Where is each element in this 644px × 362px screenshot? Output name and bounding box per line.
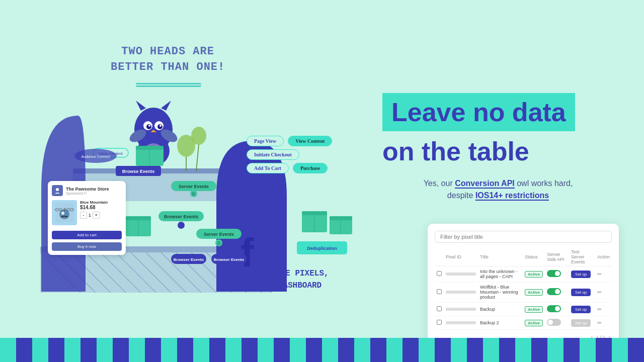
product-price: $14.68	[80, 205, 122, 210]
checker-cell	[242, 338, 258, 362]
checker-cell	[225, 338, 242, 362]
row4-edit-icon[interactable]: ✏	[597, 320, 602, 326]
svg-point-28	[148, 125, 150, 127]
row4-pixel-id	[446, 321, 476, 324]
row3-title: Backup	[478, 303, 523, 316]
store-name: The Pawsome Store	[66, 187, 109, 192]
buy-it-now-button[interactable]: Buy it now	[52, 242, 122, 251]
row1-pixel-id	[446, 273, 476, 276]
svg-marker-23	[161, 101, 171, 111]
checker-cell	[564, 338, 580, 362]
row3-pixel-id	[446, 308, 476, 311]
checker-cell	[547, 338, 564, 362]
purchase-event: Purchase	[293, 163, 328, 173]
svg-text:©: ©	[217, 241, 221, 246]
row1-checkbox[interactable]	[437, 271, 442, 276]
store-sponsored: Sponsored ©	[66, 192, 109, 195]
row3-toggle[interactable]	[547, 305, 561, 312]
add-to-cart-button[interactable]: Add to cart	[52, 231, 122, 239]
headline-section: Leave no data on the table Yes, our Conv…	[382, 93, 614, 202]
dashboard-search-input[interactable]	[435, 231, 612, 243]
checker-cell	[80, 338, 97, 362]
row2-setup-button[interactable]: Set up	[571, 289, 591, 296]
store-avatar	[52, 185, 63, 196]
checker-cell	[48, 338, 64, 362]
svg-text:Browser Events: Browser Events	[164, 214, 198, 219]
checker-cell	[113, 338, 129, 362]
headline-line2: on the table	[382, 136, 614, 166]
multi-pixel-text: Multiple pixels,one dashboard	[252, 267, 329, 292]
event-row-2: Initiate Checkout	[247, 149, 332, 160]
checker-cell	[370, 338, 386, 362]
store-header: The Pawsome Store Sponsored ©	[52, 185, 122, 196]
checker-cell	[580, 338, 596, 362]
col-checkbox	[435, 248, 444, 266]
product-qty-control: - 1 +	[80, 212, 122, 219]
subtext: Yes, our Conversion API owl works hard, …	[382, 177, 614, 202]
svg-line-68	[196, 145, 199, 171]
checker-cell	[435, 338, 451, 362]
row4-status: Active	[525, 320, 543, 326]
dashboard-panel: Pixel ID Title Status Server Side API Te…	[428, 224, 619, 347]
row3-checkbox[interactable]	[437, 306, 442, 311]
svg-text:Audience Connect: Audience Connect	[81, 155, 110, 158]
dashboard-table-body: Into the unknown - all pages - CAPI Acti…	[435, 266, 612, 330]
capi-link[interactable]: Conversion API	[455, 179, 515, 189]
page-view-event: Page View	[247, 136, 284, 146]
checker-cell	[467, 338, 483, 362]
checker-cell	[499, 338, 515, 362]
checker-cell	[515, 338, 531, 362]
row2-checkbox[interactable]	[437, 289, 442, 294]
checker-cell	[258, 338, 274, 362]
row2-pixel-id	[446, 291, 476, 294]
checker-cell	[290, 338, 306, 362]
row2-toggle[interactable]	[547, 288, 561, 295]
view-content-event: View Content	[288, 136, 332, 146]
row1-toggle[interactable]	[547, 270, 561, 277]
table-row: Into the unknown - all pages - CAPI Acti…	[435, 266, 612, 282]
ios-link[interactable]: IOS14+ restrictions	[475, 191, 549, 201]
checker-cell	[596, 338, 612, 362]
row4-setup-button[interactable]: Set up	[571, 319, 591, 327]
checker-cell	[161, 338, 177, 362]
qty-plus-button[interactable]: +	[93, 212, 100, 219]
row4-toggle[interactable]	[547, 319, 561, 326]
col-test-events: Test Server Events	[569, 248, 595, 266]
row1-title: Into the unknown - all pages - CAPI	[478, 266, 523, 282]
checker-cell	[354, 338, 370, 362]
row2-edit-icon[interactable]: ✏	[597, 289, 602, 295]
tagline-underline	[136, 83, 201, 87]
tagline-text: Two heads are better than one!	[111, 44, 225, 75]
event-row-3: Add To Cart Purchase	[247, 163, 332, 173]
row1-edit-icon[interactable]: ✏	[597, 271, 602, 277]
svg-text:Browse Events: Browse Events	[122, 169, 155, 174]
checker-row	[0, 338, 644, 362]
headline-highlight-box: Leave no data	[382, 93, 575, 131]
svg-point-75	[56, 188, 59, 191]
svg-text:Deduplication: Deduplication	[307, 246, 337, 251]
row1-status: Active	[525, 271, 543, 278]
row3-edit-icon[interactable]: ✏	[597, 306, 602, 312]
event-flow: Page View View Content Initiate Checkout…	[247, 136, 332, 173]
checker-cell	[322, 338, 338, 362]
checker-cell	[177, 338, 193, 362]
checker-cell	[64, 338, 80, 362]
row4-checkbox[interactable]	[437, 320, 442, 325]
table-row: Backup 2 Active Set up ✏	[435, 316, 612, 330]
row2-title: Wolfblut - Blue Mountain - winning produ…	[478, 282, 523, 303]
checker-cell	[306, 338, 322, 362]
checker-cell	[129, 338, 145, 362]
initiate-checkout-event: Initiate Checkout	[247, 149, 299, 160]
row3-setup-button[interactable]: Set up	[571, 306, 591, 313]
checker-cell	[209, 338, 225, 362]
checkerboard-strip	[0, 338, 644, 362]
checker-cell	[193, 338, 209, 362]
svg-text:Server Events: Server Events	[204, 232, 234, 237]
svg-text:DOG FOOD: DOG FOOD	[55, 207, 74, 212]
row1-setup-button[interactable]: Set up	[571, 270, 591, 278]
headline-line1: Leave no data	[391, 98, 566, 127]
svg-text:Browser Events: Browser Events	[174, 257, 204, 262]
qty-minus-button[interactable]: -	[80, 212, 87, 219]
checker-cell	[97, 338, 113, 362]
checker-cell	[145, 338, 161, 362]
